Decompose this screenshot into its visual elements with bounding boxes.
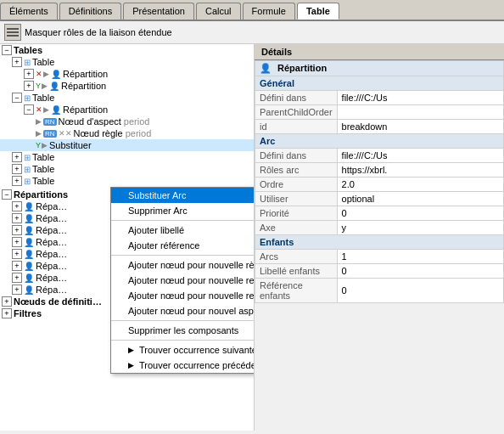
repa-label-5: Répa… [36,249,67,259]
prop-value-libelle-enfants: 0 [337,264,503,279]
table-label-2: Table [32,93,54,103]
tree-table-2[interactable]: − ⊞ Table [0,92,254,104]
repa-label-2: Répa… [36,213,67,223]
expand-repa3-icon[interactable]: + [12,225,22,235]
expand-tables-icon[interactable]: − [2,45,12,55]
person-icon-r5: 👤 [24,250,34,259]
tree-table-3[interactable]: + ⊞ Table [0,151,254,163]
person-icon-r6: 👤 [24,262,34,271]
expand-repa2-icon[interactable]: + [12,213,22,223]
ctx-substituer-arc[interactable]: Substituer Arc [111,188,255,203]
expand-repartitions-icon[interactable]: − [2,189,12,200]
prop-row-defini-dans-2: Défini dans file:///C:/Us [255,149,504,163]
table-icon-2: ⊞ [24,93,31,103]
prop-row-arcs: Arcs 1 [255,250,504,264]
prop-row-defini-dans-1: Défini dans file:///C:/Us [255,91,504,105]
tree-node-rule[interactable]: ▶ RN ✕✕ Nœud règle period [0,127,254,139]
tree-table-4[interactable]: + ⊞ Table [0,163,254,175]
prop-name-arcs: Arcs [255,250,338,264]
hide-icon-svg [6,25,20,39]
ctx-ajouter-relation-concept[interactable]: Ajouter nœud pour nouvelle relation conc… [111,273,255,288]
prop-name-defini-1: Défini dans [255,91,338,105]
expand-noeuds-icon[interactable]: + [2,296,12,307]
noeuds-label: Nœuds de définiti… [14,296,102,307]
ctx-supprimer-label: Supprimer Arc [128,206,188,216]
expand-ry1-icon[interactable]: + [24,81,34,91]
prop-value-defini-1: file:///C:/Us [337,91,503,105]
prop-value-reference-enfants: 0 [337,279,503,303]
y-icon-2: Y [36,141,41,149]
person-icon-r8: 👤 [24,285,34,295]
ctx-supprimer-composants[interactable]: Supprimer les composants [111,323,255,338]
node-rule-label: Nœud règle [74,128,123,138]
tab-definitions[interactable]: Définitions [59,3,121,20]
tab-presentation[interactable]: Présentation [123,3,194,20]
expand-table3-icon[interactable]: + [12,152,22,162]
expand-table4-icon[interactable]: + [12,164,22,174]
person-icon-3: 👤 [51,105,61,115]
expand-repa6-icon[interactable]: + [12,261,22,271]
hide-roles-icon[interactable] [4,24,21,41]
node-rule-suffix: period [123,128,152,138]
section-tables[interactable]: − Tables [0,44,254,56]
repa-label-6: Répa… [36,261,67,271]
expand-repa8-icon[interactable]: + [12,285,22,295]
tree-table-1[interactable]: + ⊞ Table [0,56,254,68]
table-label-4: Table [32,164,54,174]
hide-roles-label: Masquer rôles de la liaison étendue [25,27,172,37]
tree-repartition-x2[interactable]: − ✕ ▶ 👤 Répartition [0,104,254,116]
tree-node-aspect[interactable]: ▶ RN Nœud d'aspect period [0,116,254,127]
tab-formule[interactable]: Formule [243,3,295,20]
tree-panel: − Tables + ⊞ Table + ✕ ▶ 👤 Répartition +… [0,44,255,431]
tab-table[interactable]: Table [297,3,339,20]
arrow-suivante-icon: ▶ [128,346,134,354]
prop-row-parentchild: ParentChildOrder [255,105,504,120]
person-icon-r4: 👤 [24,238,34,247]
tree-table-5[interactable]: + ⊞ Table [0,175,254,187]
prop-row-reference-enfants: Référence enfants 0 [255,279,504,303]
prop-name-roles-arc: Rôles arc [255,163,338,178]
ctx-relation-dimension-label: Ajouter nœud pour nouvelle relation dime… [128,290,255,301]
expand-table1-icon[interactable]: + [12,57,22,67]
expand-rx1-icon[interactable]: + [24,69,34,79]
ctx-ajouter-relation-dimension[interactable]: Ajouter nœud pour nouvelle relation dime… [111,288,255,303]
arrow-icon-2: ▶ [42,82,48,90]
svg-rect-2 [7,35,19,37]
ctx-precedente-label: Trouver occurrence précédente [139,360,255,370]
expand-rx2-icon[interactable]: − [24,104,34,115]
ctx-ajouter-libelle[interactable]: Ajouter libellé [111,223,255,238]
person-icon-r1: 👤 [24,202,34,211]
tab-elements[interactable]: Éléments [0,3,58,20]
arrow-precedente-icon: ▶ [128,361,134,369]
details-panel: Détails 👤 Répartition Général Défini dan… [255,44,504,431]
tree-arc-substituer[interactable]: Y ▶ Substituer [0,139,254,151]
repartition-label-2: Répartition [61,81,106,91]
prop-value-roles-arc: https://xbrl. [337,163,503,178]
ctx-ajouter-nouvel-aspect[interactable]: Ajouter nœud pour nouvel aspect [111,303,255,318]
ctx-trouver-suivante[interactable]: ▶ Trouver occurrence suivante [111,342,255,358]
expand-filtres-icon[interactable]: + [2,308,12,318]
person-icon-1: 👤 [51,70,61,79]
expand-table2-icon[interactable]: − [12,93,22,103]
tables-label: Tables [14,45,42,55]
ctx-trouver-precedente[interactable]: ▶ Trouver occurrence précédente [111,358,255,373]
ctx-ajouter-nouvelle-regle[interactable]: Ajouter nœud pour nouvelle règle [111,257,255,273]
arrow-icon-6: ▶ [42,141,48,149]
tree-repartition-x1[interactable]: + ✕ ▶ 👤 Répartition [0,68,254,80]
details-title-icon: 👤 [260,63,272,73]
section-general-label: Général [255,76,504,91]
ctx-supprimer-arc[interactable]: Supprimer Arc [111,203,255,218]
expand-repa4-icon[interactable]: + [12,237,22,247]
expand-repa7-icon[interactable]: + [12,273,22,283]
tree-repartition-y1[interactable]: + Y ▶ 👤 Répartition [0,80,254,92]
tab-calcul[interactable]: Calcul [196,3,241,20]
arrow-icon-1: ▶ [43,70,49,78]
svg-rect-0 [7,28,19,30]
table-icon-5: ⊞ [24,177,31,186]
filtres-label: Filtres [14,308,42,318]
section-arc-label: Arc [255,134,504,149]
expand-repa1-icon[interactable]: + [12,201,22,211]
ctx-ajouter-reference[interactable]: Ajouter référence [111,238,255,253]
expand-table5-icon[interactable]: + [12,176,22,186]
expand-repa5-icon[interactable]: + [12,249,22,259]
